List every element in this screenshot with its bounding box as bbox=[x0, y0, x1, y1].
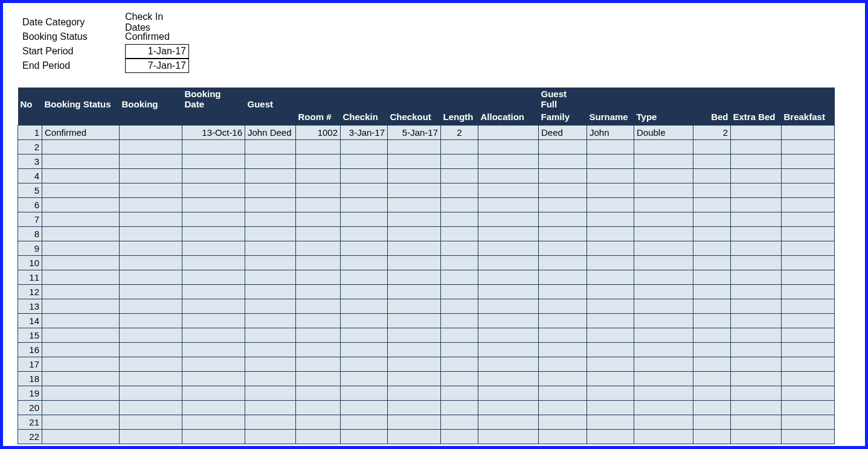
cell-type[interactable] bbox=[634, 226, 693, 241]
cell-surname[interactable] bbox=[587, 139, 634, 154]
cell-checkin[interactable] bbox=[341, 183, 388, 197]
cell-checkout[interactable] bbox=[388, 197, 441, 212]
cell-surname[interactable] bbox=[587, 386, 634, 400]
cell-allocation[interactable] bbox=[478, 313, 539, 328]
cell-length[interactable] bbox=[441, 284, 478, 299]
cell-booking[interactable] bbox=[120, 342, 182, 357]
cell-status[interactable] bbox=[42, 255, 120, 270]
cell-breakfast[interactable] bbox=[782, 313, 835, 328]
cell-status[interactable] bbox=[42, 400, 120, 415]
cell-type[interactable] bbox=[634, 168, 693, 183]
cell-surname[interactable] bbox=[587, 255, 634, 270]
cell-checkout[interactable] bbox=[388, 371, 441, 386]
cell-no[interactable]: 14 bbox=[18, 313, 42, 328]
cell-bed[interactable] bbox=[693, 270, 731, 284]
cell-status[interactable] bbox=[42, 342, 120, 357]
cell-checkin[interactable] bbox=[341, 226, 388, 241]
cell-length[interactable] bbox=[441, 197, 478, 212]
cell-surname[interactable] bbox=[587, 415, 634, 429]
cell-checkout[interactable] bbox=[388, 255, 441, 270]
cell-checkin[interactable] bbox=[341, 154, 388, 168]
cell-room[interactable] bbox=[296, 371, 341, 386]
cell-surname[interactable] bbox=[587, 371, 634, 386]
cell-bed[interactable] bbox=[693, 328, 731, 342]
cell-booking[interactable] bbox=[120, 386, 182, 400]
cell-bed[interactable] bbox=[693, 386, 731, 400]
cell-bed[interactable] bbox=[693, 400, 731, 415]
cell-booking[interactable] bbox=[120, 313, 182, 328]
cell-no[interactable]: 22 bbox=[18, 429, 42, 444]
cell-extra_bed[interactable] bbox=[731, 400, 782, 415]
cell-bed[interactable] bbox=[693, 183, 731, 197]
cell-booking_date[interactable] bbox=[182, 197, 245, 212]
cell-status[interactable] bbox=[42, 429, 120, 444]
cell-type[interactable] bbox=[634, 386, 693, 400]
cell-no[interactable]: 16 bbox=[18, 342, 42, 357]
filter-value-booking-status[interactable]: Confirmed bbox=[125, 31, 189, 42]
cell-checkout[interactable] bbox=[388, 284, 441, 299]
cell-checkout[interactable] bbox=[388, 386, 441, 400]
cell-checkin[interactable] bbox=[341, 284, 388, 299]
cell-type[interactable] bbox=[634, 212, 693, 226]
cell-no[interactable]: 2 bbox=[18, 139, 42, 154]
filter-input-end-period[interactable]: 7-Jan-17 bbox=[125, 59, 189, 73]
cell-room[interactable] bbox=[296, 415, 341, 429]
cell-no[interactable]: 20 bbox=[18, 400, 42, 415]
cell-type[interactable] bbox=[634, 255, 693, 270]
cell-booking_date[interactable] bbox=[182, 139, 245, 154]
cell-surname[interactable] bbox=[587, 328, 634, 342]
cell-booking_date[interactable] bbox=[182, 226, 245, 241]
cell-bed[interactable] bbox=[693, 139, 731, 154]
filter-input-start-period[interactable]: 1-Jan-17 bbox=[125, 44, 189, 59]
cell-no[interactable]: 7 bbox=[18, 212, 42, 226]
cell-checkout[interactable]: 5-Jan-17 bbox=[388, 125, 441, 139]
cell-room[interactable] bbox=[296, 212, 341, 226]
cell-checkin[interactable] bbox=[341, 342, 388, 357]
cell-bed[interactable] bbox=[693, 299, 731, 313]
cell-checkin[interactable] bbox=[341, 299, 388, 313]
cell-family[interactable] bbox=[539, 168, 587, 183]
cell-checkin[interactable] bbox=[341, 400, 388, 415]
cell-family[interactable] bbox=[539, 313, 587, 328]
cell-family[interactable] bbox=[539, 328, 587, 342]
cell-checkin[interactable] bbox=[341, 357, 388, 371]
cell-family[interactable] bbox=[539, 284, 587, 299]
cell-status[interactable] bbox=[42, 183, 120, 197]
cell-family[interactable] bbox=[539, 342, 587, 357]
cell-length[interactable] bbox=[441, 429, 478, 444]
cell-booking_date[interactable] bbox=[182, 400, 245, 415]
cell-length[interactable] bbox=[441, 168, 478, 183]
cell-extra_bed[interactable] bbox=[731, 415, 782, 429]
cell-booking[interactable] bbox=[120, 241, 182, 255]
cell-extra_bed[interactable] bbox=[731, 371, 782, 386]
cell-status[interactable]: Confirmed bbox=[42, 125, 120, 139]
cell-checkout[interactable] bbox=[388, 429, 441, 444]
cell-bed[interactable] bbox=[693, 226, 731, 241]
cell-allocation[interactable] bbox=[478, 371, 539, 386]
cell-family[interactable] bbox=[539, 154, 587, 168]
cell-surname[interactable] bbox=[587, 284, 634, 299]
cell-type[interactable] bbox=[634, 400, 693, 415]
cell-bed[interactable] bbox=[693, 415, 731, 429]
cell-guest[interactable] bbox=[245, 357, 296, 371]
cell-checkout[interactable] bbox=[388, 342, 441, 357]
cell-extra_bed[interactable] bbox=[731, 226, 782, 241]
cell-extra_bed[interactable] bbox=[731, 125, 782, 139]
cell-breakfast[interactable] bbox=[782, 139, 835, 154]
cell-breakfast[interactable] bbox=[782, 400, 835, 415]
cell-room[interactable] bbox=[296, 313, 341, 328]
cell-no[interactable]: 12 bbox=[18, 284, 42, 299]
cell-allocation[interactable] bbox=[478, 386, 539, 400]
cell-checkin[interactable] bbox=[341, 328, 388, 342]
cell-allocation[interactable] bbox=[478, 154, 539, 168]
cell-guest[interactable] bbox=[245, 183, 296, 197]
cell-type[interactable] bbox=[634, 328, 693, 342]
cell-type[interactable] bbox=[634, 371, 693, 386]
cell-breakfast[interactable] bbox=[782, 241, 835, 255]
cell-checkout[interactable] bbox=[388, 154, 441, 168]
cell-checkin[interactable] bbox=[341, 371, 388, 386]
cell-extra_bed[interactable] bbox=[731, 255, 782, 270]
cell-checkin[interactable] bbox=[341, 255, 388, 270]
cell-breakfast[interactable] bbox=[782, 270, 835, 284]
cell-no[interactable]: 4 bbox=[18, 168, 42, 183]
